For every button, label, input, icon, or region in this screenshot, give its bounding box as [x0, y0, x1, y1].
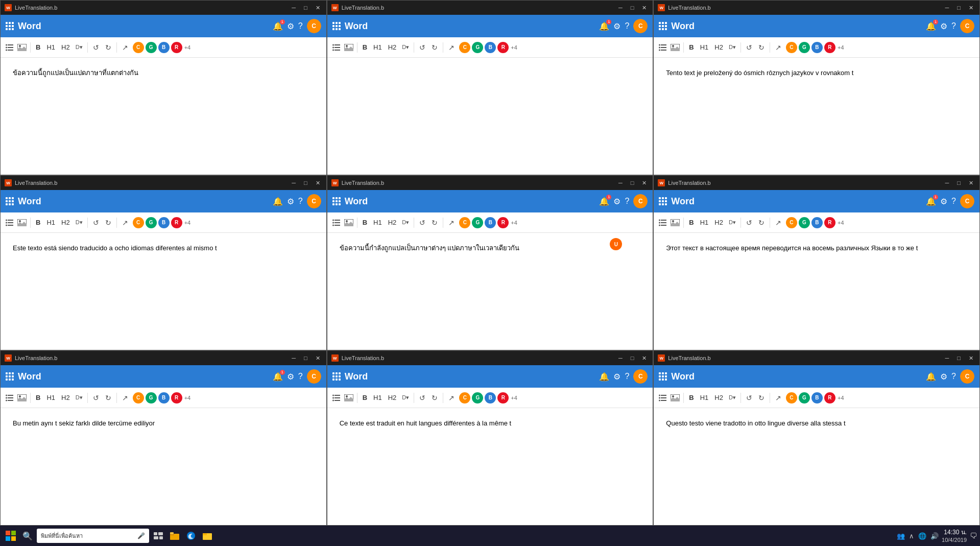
close-button[interactable]: ✕: [640, 355, 649, 362]
redo-icon[interactable]: ↻: [429, 393, 440, 403]
doc-area[interactable]: Ce texte est traduit en huit langues dif…: [327, 408, 653, 525]
minimize-button[interactable]: ─: [290, 355, 298, 361]
collab-avatar[interactable]: G: [146, 42, 157, 53]
maximize-button[interactable]: □: [629, 355, 636, 361]
share-icon[interactable]: ↗: [446, 393, 457, 403]
apps-grid-icon[interactable]: [6, 372, 14, 381]
image-icon[interactable]: [17, 393, 27, 403]
apps-grid-icon[interactable]: [659, 372, 667, 381]
undo-icon[interactable]: ↺: [91, 393, 101, 403]
undo-icon[interactable]: ↺: [91, 218, 101, 228]
bell-icon[interactable]: 🔔: [273, 197, 283, 206]
notification-button[interactable]: 🗨: [970, 532, 977, 540]
doc-area[interactable]: Este texto está siendo traducido a ocho …: [1, 233, 326, 350]
collab-avatar[interactable]: B: [485, 217, 496, 228]
bell-icon[interactable]: 🔔1: [926, 197, 936, 206]
minimize-button[interactable]: ─: [616, 180, 625, 186]
minimize-button[interactable]: ─: [943, 180, 951, 186]
h1-button[interactable]: H1: [371, 393, 384, 402]
h1-button[interactable]: H1: [698, 393, 711, 402]
list-icon[interactable]: [331, 42, 342, 53]
collab-avatar[interactable]: R: [824, 217, 835, 228]
settings-icon[interactable]: ⚙: [940, 21, 947, 31]
maximize-button[interactable]: □: [955, 5, 963, 11]
more-users[interactable]: +4: [511, 44, 517, 51]
doc-area[interactable]: Этот текст в настоящее время переводится…: [654, 233, 979, 350]
collab-avatar[interactable]: G: [472, 42, 483, 53]
maximize-button[interactable]: □: [302, 5, 309, 11]
collab-avatar[interactable]: G: [472, 392, 483, 403]
help-icon[interactable]: ?: [298, 197, 303, 206]
list-icon[interactable]: [5, 218, 15, 228]
settings-icon[interactable]: ⚙: [940, 372, 947, 382]
more-formats-icon[interactable]: D▾: [400, 393, 411, 403]
search-icon[interactable]: 🔍: [20, 529, 35, 543]
bold-button[interactable]: B: [361, 218, 369, 227]
help-icon[interactable]: ?: [625, 372, 629, 381]
help-icon[interactable]: ?: [298, 372, 303, 381]
settings-icon[interactable]: ⚙: [613, 21, 620, 31]
settings-icon[interactable]: ⚙: [287, 21, 294, 31]
h1-button[interactable]: H1: [44, 393, 57, 402]
collab-avatar[interactable]: B: [485, 392, 496, 403]
list-icon[interactable]: [5, 393, 15, 403]
share-icon[interactable]: ↗: [120, 218, 130, 228]
collab-avatar[interactable]: R: [824, 42, 835, 53]
minimize-button[interactable]: ─: [616, 5, 625, 11]
image-icon[interactable]: [670, 42, 680, 53]
redo-icon[interactable]: ↻: [756, 42, 767, 53]
undo-icon[interactable]: ↺: [744, 42, 754, 53]
more-users[interactable]: +4: [838, 395, 844, 401]
maximize-button[interactable]: □: [302, 355, 309, 361]
close-button[interactable]: ✕: [640, 180, 649, 186]
user-avatar-1[interactable]: C: [307, 194, 321, 208]
h1-button[interactable]: H1: [371, 42, 384, 52]
user-avatar-1[interactable]: C: [633, 19, 648, 33]
collab-avatar[interactable]: B: [158, 42, 170, 53]
more-users[interactable]: +4: [511, 220, 517, 226]
collab-avatar[interactable]: G: [799, 42, 810, 53]
more-formats-icon[interactable]: D▾: [727, 218, 737, 228]
redo-icon[interactable]: ↻: [103, 42, 113, 53]
folder-icon[interactable]: [200, 529, 214, 543]
more-formats-icon[interactable]: D▾: [74, 42, 84, 53]
edge-icon[interactable]: [184, 529, 198, 543]
bold-button[interactable]: B: [34, 218, 42, 227]
share-icon[interactable]: ↗: [120, 42, 130, 53]
collab-avatar[interactable]: R: [497, 217, 509, 228]
collab-avatar[interactable]: C: [459, 217, 470, 228]
close-button[interactable]: ✕: [314, 180, 322, 186]
collab-avatar[interactable]: C: [786, 42, 797, 53]
h1-button[interactable]: H1: [698, 218, 711, 227]
minimize-button[interactable]: ─: [290, 180, 298, 186]
file-explorer-icon[interactable]: [168, 529, 182, 543]
image-icon[interactable]: [17, 218, 27, 228]
bell-icon[interactable]: 🔔1: [273, 21, 283, 31]
apps-grid-icon[interactable]: [332, 372, 341, 381]
apps-grid-icon[interactable]: [6, 197, 14, 205]
apps-grid-icon[interactable]: [332, 197, 341, 205]
collab-avatar[interactable]: R: [497, 42, 509, 53]
bold-button[interactable]: B: [687, 42, 696, 52]
collab-avatar[interactable]: R: [171, 217, 182, 228]
minimize-button[interactable]: ─: [616, 355, 625, 361]
h2-button[interactable]: H2: [712, 393, 725, 402]
h2-button[interactable]: H2: [59, 42, 72, 52]
minimize-button[interactable]: ─: [290, 5, 298, 11]
h2-button[interactable]: H2: [59, 393, 72, 402]
bell-icon[interactable]: 🔔1: [599, 21, 609, 31]
bold-button[interactable]: B: [361, 42, 369, 52]
help-icon[interactable]: ?: [625, 197, 629, 206]
list-icon[interactable]: [658, 218, 668, 228]
collab-avatar[interactable]: R: [171, 42, 182, 53]
doc-area[interactable]: Questo testo viene tradotto in otto ling…: [654, 408, 979, 525]
more-users[interactable]: +4: [838, 220, 844, 226]
h2-button[interactable]: H2: [712, 218, 725, 227]
redo-icon[interactable]: ↻: [103, 393, 113, 403]
close-button[interactable]: ✕: [640, 5, 649, 11]
collab-avatar[interactable]: R: [824, 392, 835, 403]
image-icon[interactable]: [344, 393, 354, 403]
help-icon[interactable]: ?: [951, 21, 956, 31]
user-avatar-1[interactable]: C: [307, 19, 321, 33]
undo-icon[interactable]: ↺: [417, 42, 427, 53]
